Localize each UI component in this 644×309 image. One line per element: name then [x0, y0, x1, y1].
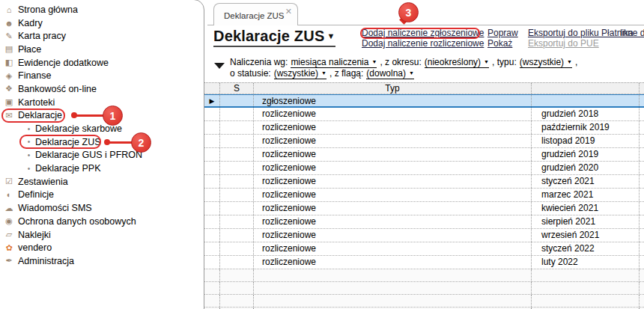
- sidebar-item-kartoteki[interactable]: ▣Kartoteki: [0, 96, 201, 109]
- table-row[interactable]: rozliczenioweluty 2022: [204, 256, 644, 269]
- vendero-icon: ✿: [2, 243, 16, 253]
- table-row[interactable]: rozliczeniowegrudzień 2020: [204, 162, 644, 175]
- sidebar-item-label: Ochrona danych osobowych: [16, 216, 136, 227]
- sidebar-item-ochrona-danych-osobowych[interactable]: ◉Ochrona danych osobowych: [0, 215, 201, 228]
- tab-close-icon[interactable]: ✕: [285, 7, 292, 16]
- cell-extra: [640, 189, 644, 201]
- action-link-eksportuj-do-pue[interactable]: Eksportuj do PUE: [528, 38, 620, 49]
- filter-dropdown-wszystkie[interactable]: (wszystkie)▼: [520, 57, 572, 68]
- table-row[interactable]: rozliczeniowepaździernik 2019: [204, 121, 644, 135]
- cell-okres: listopad 2019: [532, 135, 640, 147]
- column-header-s[interactable]: S: [220, 83, 254, 94]
- empty-cell: [254, 282, 532, 294]
- sidebar-item-kadry[interactable]: ☻Kadry: [0, 16, 201, 30]
- sidebar-item-deklaracje-gus-i-pfron[interactable]: •Deklaracje GUS i PFRON: [0, 149, 201, 162]
- records-icon: ◧: [2, 58, 16, 67]
- chevron-down-icon: ▼: [326, 31, 335, 40]
- table-row[interactable]: rozliczeniowelistopad 2019: [204, 135, 644, 148]
- sidebar-item-definicje[interactable]: ◐Definicje: [0, 189, 201, 202]
- marker-cell: [204, 162, 220, 174]
- filter-dropdown-miesiąca-naliczenia[interactable]: miesiąca naliczenia▼: [291, 57, 377, 68]
- privacy-icon: ◉: [2, 216, 16, 226]
- cell-typ: rozliczeniowe: [254, 229, 532, 242]
- sidebar-item-label: Naklejki: [16, 230, 51, 240]
- tab-deklaracje-zus[interactable]: Deklaracje ZUS ✕: [213, 3, 298, 25]
- sidebar-item-wiadomości-sms[interactable]: ☁Wiadomości SMS: [0, 201, 201, 215]
- cell-s: [220, 189, 254, 201]
- table-row[interactable]: rozliczeniowekwiecień 2021: [204, 202, 644, 215]
- marker-cell: [204, 121, 220, 134]
- cell-typ: rozliczeniowe: [254, 148, 532, 161]
- table-row[interactable]: ▶zgłoszeniowe: [204, 94, 644, 108]
- reports-icon: ☑: [2, 177, 16, 186]
- filter-dropdown-value: (wszystkie): [520, 57, 564, 67]
- page-title[interactable]: Deklaracje ZUS▼: [213, 28, 335, 47]
- action-link-eksportuj-do-pliku-płatnika[interactable]: Eksportuj do pliku Płatnika: [528, 28, 620, 38]
- empty-cell: [220, 269, 254, 281]
- sidebar-item-zestawienia[interactable]: ☑Zestawienia: [0, 175, 201, 189]
- cell-extra: [640, 256, 644, 269]
- filter-dropdown-dowolna[interactable]: (dowolna)▼: [366, 68, 414, 79]
- table-row[interactable]: rozliczeniowegrudzień 2019: [204, 148, 644, 162]
- cell-extra: [640, 229, 644, 242]
- cell-s: [220, 202, 254, 215]
- sidebar-item-płace[interactable]: ▤Płace: [0, 43, 201, 56]
- cell-s: [220, 242, 254, 255]
- cell-okres: październik 2019: [532, 121, 640, 134]
- sidebar-item-deklaracje-skarbowe[interactable]: •Deklaracje skarbowe: [0, 122, 201, 135]
- filter-dropdown-nieokreślony[interactable]: (nieokreślony)▼: [425, 57, 489, 68]
- annotation-step-2: 2: [131, 132, 151, 153]
- sidebar-item-label: Ewidencje dodatkowe: [16, 58, 109, 68]
- table-row[interactable]: rozliczeniowegrudzień 2018: [204, 108, 644, 121]
- table-row[interactable]: rozliczeniowemarzec 2021: [204, 189, 644, 202]
- sidebar-item-vendero[interactable]: ✿vendero: [0, 241, 201, 254]
- action-link-dodaj-naliczenie-rozliczeniowe[interactable]: Dodaj naliczenie rozliczeniowe: [362, 38, 487, 49]
- column-header-okres[interactable]: [532, 83, 640, 94]
- empty-cell: [204, 269, 220, 281]
- dropdown-arrow-icon: ▼: [484, 59, 489, 64]
- labels-icon: ▱: [2, 230, 16, 239]
- filter-icon[interactable]: [214, 63, 225, 69]
- sidebar-item-deklaracje-ppk[interactable]: •Deklaracje PPK: [0, 162, 201, 175]
- sidebar-item-finanse[interactable]: ◈Finanse: [0, 69, 201, 82]
- column-header-typ[interactable]: Typ: [254, 83, 532, 94]
- column-header-extra[interactable]: [640, 83, 644, 94]
- filter-dropdown-wszystkie[interactable]: (wszystkie)▼: [274, 68, 326, 79]
- sidebar-item-administracja[interactable]: ✒Administracja: [0, 254, 201, 268]
- cell-okres: wrzesień 2021: [532, 229, 640, 242]
- cell-okres: marzec 2021: [532, 189, 640, 201]
- definitions-icon: ◐: [2, 190, 16, 199]
- sidebar-item-strona-główna[interactable]: ⌂Strona główna: [0, 3, 201, 16]
- filter-dropdown-value: (wszystkie): [274, 68, 318, 79]
- action-link-pokaż[interactable]: Pokaż: [487, 38, 528, 49]
- sidebar-item-karta-pracy[interactable]: ✎Karta pracy: [0, 29, 201, 43]
- cell-s: [220, 121, 254, 134]
- declarations-table: STyp▶zgłoszeniowerozliczeniowegrudzień 2…: [204, 82, 644, 309]
- bullet-icon: •: [25, 125, 33, 133]
- cell-typ: rozliczeniowe: [254, 215, 532, 228]
- column-header-marker[interactable]: [204, 83, 220, 94]
- cell-typ: rozliczeniowe: [254, 202, 532, 215]
- admin-icon: ✒: [2, 256, 16, 266]
- sidebar-item-label: Deklaracje GUS i PFRON: [33, 150, 142, 160]
- cell-extra: [640, 242, 644, 255]
- table-row[interactable]: rozliczeniowestyczeń 2021: [204, 175, 644, 189]
- table-row[interactable]: rozliczeniowesierpień 2021: [204, 215, 644, 229]
- action-link-popraw[interactable]: Popraw: [487, 28, 528, 38]
- cell-okres: styczeń 2022: [532, 242, 640, 255]
- filter-row-2: o statusie:(wszystkie)▼, z flagą:(dowoln…: [230, 68, 417, 79]
- action-link-inne-d[interactable]: Inne d: [620, 28, 644, 38]
- marker-cell: [204, 189, 220, 201]
- sidebar-item-ewidencje-dodatkowe[interactable]: ◧Ewidencje dodatkowe: [0, 56, 201, 70]
- filter-label: Naliczenia wg:: [230, 57, 288, 67]
- filter-row-1: Naliczenia wg:miesiąca naliczenia▼, z ok…: [230, 57, 580, 67]
- cell-extra: [640, 148, 644, 161]
- cell-s: [220, 108, 254, 120]
- sidebar-item-naklejki[interactable]: ▱Naklejki: [0, 228, 201, 242]
- empty-cell: [532, 295, 640, 307]
- page-title-text: Deklaracje ZUS: [213, 28, 324, 44]
- sidebar-item-bankowość-on-line[interactable]: ❖Bankowość on-line: [0, 82, 201, 96]
- table-row[interactable]: rozliczeniowewrzesień 2021: [204, 229, 644, 242]
- table-row[interactable]: rozliczeniowestyczeń 2022: [204, 242, 644, 256]
- cell-typ: rozliczeniowe: [254, 175, 532, 188]
